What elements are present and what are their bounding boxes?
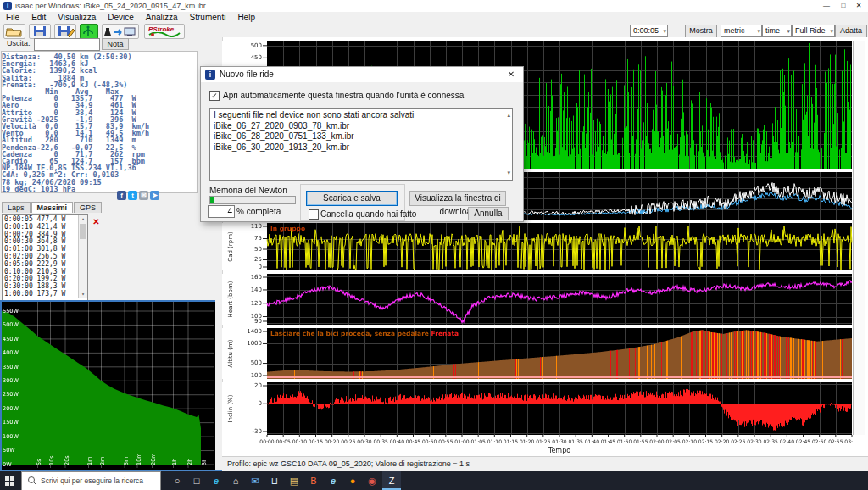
- uscita-label: Uscita:: [7, 39, 31, 47]
- tab-laps[interactable]: Laps: [2, 202, 31, 213]
- auto-open-checkbox[interactable]: ✓: [209, 91, 220, 101]
- taskbar-app-chrome[interactable]: ◉: [363, 471, 381, 490]
- taskbar-app-internet-explorer[interactable]: e: [324, 471, 342, 490]
- save-as-button[interactable]: [54, 24, 76, 39]
- search-placeholder: Scrivi qui per eseguire la ricerca: [41, 472, 143, 489]
- minimize-button[interactable]: —: [819, 0, 834, 11]
- scroll-up-icon[interactable]: ▴: [79, 215, 87, 223]
- app-window: i isaac per Windows: iBike_05_24_2020_09…: [0, 0, 868, 471]
- dialog-close-button[interactable]: ✕: [499, 67, 523, 82]
- twitter-icon[interactable]: t: [128, 191, 137, 200]
- taskbar-app-outlook[interactable]: ✉: [246, 471, 264, 490]
- menu-device[interactable]: Device: [102, 12, 140, 23]
- taskbar-app-isaac[interactable]: Z: [382, 471, 401, 490]
- open-file-button[interactable]: [3, 24, 25, 39]
- time-axis: [222, 435, 853, 456]
- delete-when-done-checkbox[interactable]: [309, 209, 319, 220]
- menu-strumenti[interactable]: Strumenti: [184, 12, 232, 23]
- chevron-down-icon: ▾: [830, 25, 833, 36]
- usb-device-button[interactable]: [80, 24, 98, 39]
- power-duration-chart[interactable]: [0, 300, 215, 470]
- list-scrollbar[interactable]: ▴ ▾: [78, 215, 87, 298]
- xaxis-mode-combobox[interactable]: time▾: [762, 25, 792, 37]
- scroll-up-icon[interactable]: ▴: [507, 110, 510, 121]
- scroll-down-icon[interactable]: ▾: [507, 168, 510, 179]
- chevron-down-icon: ▾: [787, 25, 790, 36]
- start-button[interactable]: [0, 471, 20, 490]
- title-bar: i isaac per Windows: iBike_05_24_2020_09…: [0, 0, 868, 12]
- taskbar-app-brave[interactable]: B: [304, 471, 323, 490]
- chart-splitter-strip[interactable]: [853, 41, 865, 435]
- interval-value: 0:00:05: [633, 26, 659, 35]
- range-value: Full Ride: [795, 26, 826, 35]
- device-file[interactable]: iBike_06_28_2020_0751_133_km.ibr: [214, 131, 512, 142]
- new-ride-dialog: i Nuovo file ride ✕ ✓ Apri automaticamen…: [200, 66, 524, 222]
- tab-massimi[interactable]: Massimi: [31, 202, 74, 213]
- close-button[interactable]: ✕: [851, 0, 866, 11]
- chevron-down-icon: ▾: [757, 25, 760, 36]
- delete-item-button[interactable]: ✕: [91, 216, 102, 227]
- cancel-button[interactable]: Annulla: [468, 207, 509, 220]
- dialog-icon: i: [205, 70, 215, 80]
- taskbar-app-store[interactable]: ⊔: [265, 471, 284, 490]
- memory-label: Memoria del Newton: [209, 186, 287, 195]
- taskbar-app-file-explorer[interactable]: ▤: [285, 471, 303, 490]
- dialog-title: Nuovo file ride: [220, 70, 274, 79]
- taskbar-app-task-view[interactable]: □: [187, 471, 206, 490]
- interval-combobox[interactable]: 0:00:05▾: [630, 25, 668, 37]
- taskbar-app-firefox[interactable]: ●: [343, 471, 362, 490]
- list-item[interactable]: 1:00:00 173,7 W: [4, 291, 65, 298]
- save-button[interactable]: [29, 24, 51, 39]
- menu-help[interactable]: Help: [231, 12, 261, 23]
- screen: i isaac per Windows: iBike_05_24_2020_09…: [0, 0, 868, 490]
- adatta-button[interactable]: Adatta: [835, 25, 867, 38]
- taskbar-app-edge[interactable]: e: [207, 471, 225, 490]
- menu-analizza[interactable]: Analizza: [140, 12, 184, 23]
- max-power-list[interactable]: 0:00:05 477,4 W0:00:10 421,4 W0:00:20 38…: [2, 214, 88, 301]
- menu-file[interactable]: File: [0, 12, 25, 23]
- stats-panel: Distanza: 40,50 km (2:50:30)Energia: 146…: [1, 51, 198, 193]
- menu-bar: FileEditVisualizzaDeviceAnalizzaStrument…: [0, 12, 868, 23]
- taskbar-app-cortana[interactable]: ○: [168, 471, 186, 490]
- social-links: ft✉➤: [117, 191, 161, 201]
- scroll-down-icon[interactable]: ▾: [79, 291, 87, 298]
- facebook-icon[interactable]: f: [117, 191, 126, 200]
- cadence-chart[interactable]: [222, 223, 853, 270]
- taskbar-app-home[interactable]: ⌂: [226, 471, 245, 490]
- list-header: I seguenti file nel device non sono stat…: [214, 110, 512, 121]
- scroll-thumb[interactable]: [80, 224, 86, 239]
- maximize-button[interactable]: □: [836, 0, 851, 11]
- share-icon[interactable]: ➤: [150, 191, 159, 200]
- xmode-value: time: [765, 26, 780, 35]
- panel-tabs: LapsMassimiGPS: [2, 202, 103, 214]
- mostra-button[interactable]: Mostra: [685, 25, 717, 38]
- menu-visualizza[interactable]: Visualizza: [52, 12, 102, 23]
- heart-rate-chart[interactable]: [222, 274, 853, 325]
- download-to-computer-button[interactable]: [102, 24, 139, 39]
- mail-icon[interactable]: ✉: [139, 191, 148, 200]
- units-value: metric: [724, 26, 745, 35]
- range-combobox[interactable]: Full Ride▾: [792, 25, 835, 37]
- altitude-chart[interactable]: [222, 328, 853, 379]
- auto-open-label: Apri automaticamente questa finestra qua…: [223, 91, 464, 100]
- app-icon: i: [3, 2, 12, 10]
- uscita-input[interactable]: [34, 38, 100, 51]
- taskbar-search[interactable]: Scrivi qui per eseguire la ricerca: [21, 471, 161, 490]
- tab-gps[interactable]: GPS: [74, 202, 102, 213]
- percent-label: % completa: [236, 207, 281, 216]
- delete-when-done-label: Cancella quando hai fatto: [320, 209, 416, 219]
- device-files-listbox[interactable]: I seguenti file nel device non sono stat…: [209, 108, 513, 181]
- dialog-title-bar: i Nuovo file ride ✕: [201, 67, 523, 82]
- device-file[interactable]: iBike_06_27_2020_0903_78_km.ibr: [214, 121, 512, 132]
- download-save-button[interactable]: Scarica e salva: [306, 191, 398, 206]
- percent-input[interactable]: 4: [208, 205, 235, 218]
- menu-edit[interactable]: Edit: [25, 12, 52, 23]
- chevron-down-icon: ▾: [663, 25, 666, 36]
- device-file[interactable]: iBike_06_30_2020_1913_20_km.ibr: [214, 142, 512, 153]
- units-combobox[interactable]: metric▾: [721, 25, 762, 37]
- window-title: isaac per Windows: iBike_05_24_2020_0915…: [15, 2, 206, 10]
- nota-tab[interactable]: Nota: [102, 38, 129, 50]
- view-download-window-button[interactable]: Visualizza la finestra di download: [409, 191, 506, 206]
- pstroke-button[interactable]: PStroke: [144, 24, 185, 39]
- slope-chart[interactable]: [222, 382, 853, 435]
